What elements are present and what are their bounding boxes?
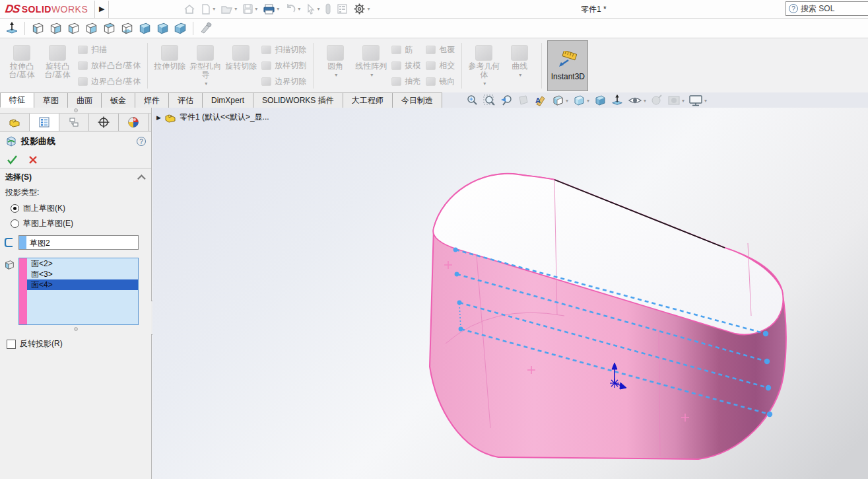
swept-boss-button[interactable]: 扫描: [78, 44, 141, 55]
wrap-button[interactable]: 包覆: [426, 44, 455, 55]
configuration-manager-tab[interactable]: [59, 114, 89, 131]
model-projected-curve-preview[interactable]: [423, 170, 793, 468]
rib-button[interactable]: 筋: [391, 44, 420, 55]
property-manager-tab[interactable]: [30, 114, 59, 131]
feature-manager-tab[interactable]: [0, 114, 30, 131]
curves-button[interactable]: 曲线▾: [502, 41, 537, 91]
dimxpert-manager-tab[interactable]: [89, 114, 119, 131]
display-style-icon[interactable]: ▾: [551, 94, 568, 107]
face-selection-box[interactable]: 面<2> 面<3> 面<4>: [18, 258, 139, 325]
tab-dimxpert[interactable]: DimXpert: [202, 92, 253, 108]
instant3d-button[interactable]: Instant3D: [547, 40, 588, 91]
view-trimetric-icon[interactable]: [172, 20, 188, 36]
zoom-to-fit-icon[interactable]: [465, 94, 479, 107]
selection-section-header[interactable]: 选择(S): [0, 168, 151, 186]
hole-wizard-button[interactable]: 异型孔向导▾: [187, 41, 223, 91]
tab-surfaces[interactable]: 曲面: [67, 92, 102, 108]
radio-selected-icon[interactable]: [11, 204, 19, 213]
swept-cut-button[interactable]: 扫描切除: [261, 44, 306, 55]
previous-view-icon[interactable]: [500, 94, 513, 107]
view-dimetric-icon[interactable]: [154, 20, 170, 36]
reverse-projection-checkbox[interactable]: [7, 340, 16, 349]
options-list-icon[interactable]: [335, 2, 350, 16]
cancel-button[interactable]: [28, 155, 38, 165]
revolved-boss-button[interactable]: 旋转凸台/基体: [40, 41, 75, 91]
extruded-cut-button[interactable]: 拉伸切除: [152, 41, 187, 91]
panel-help-icon[interactable]: ?: [137, 137, 146, 146]
lofted-boss-icon: [78, 61, 88, 70]
search-input[interactable]: 搜索 SOL: [801, 3, 834, 15]
tab-evaluate[interactable]: 评估: [168, 92, 203, 108]
tree-root-label[interactable]: 零件1 (默认<<默认>_显...: [180, 112, 269, 123]
boundary-cut-button[interactable]: 边界切除: [261, 76, 306, 87]
view-top-icon[interactable]: [101, 20, 117, 36]
tab-engineer[interactable]: 大工程师: [343, 92, 393, 108]
boundary-boss-button[interactable]: 边界凸台/基体: [78, 76, 141, 87]
reference-geometry-button[interactable]: 参考几何体▾: [466, 41, 502, 91]
open-file-icon[interactable]: ▾: [218, 2, 239, 17]
face-selection-list[interactable]: 面<2> 面<3> 面<4>: [27, 258, 138, 324]
section-view-icon[interactable]: [517, 94, 530, 107]
home-icon[interactable]: [182, 2, 197, 17]
rib-icon: [391, 46, 401, 54]
face-list-item[interactable]: 面<2>: [27, 258, 138, 269]
annotation-icon[interactable]: A: [534, 94, 547, 107]
normal-to-icon[interactable]: [4, 20, 20, 36]
shell-button[interactable]: 抽壳: [391, 76, 420, 87]
tab-today-mfg[interactable]: 今日制造: [392, 92, 442, 108]
tab-sketch[interactable]: 草图: [34, 92, 68, 108]
sketch-selection-box[interactable]: 草图2: [18, 235, 139, 250]
view-isometric-icon[interactable]: [137, 20, 152, 36]
undo-icon[interactable]: ▾: [283, 2, 302, 16]
view-bottom-icon[interactable]: [119, 20, 135, 36]
listbox-resize-handle[interactable]: [0, 325, 151, 333]
hud-normal-to-icon[interactable]: [611, 94, 624, 107]
lofted-boss-button[interactable]: 放样凸台/基体: [78, 60, 141, 71]
search-box[interactable]: ? 搜索 SOL: [785, 1, 868, 16]
radio-sketch-on-faces[interactable]: 面上草图(K): [0, 201, 151, 216]
ok-button[interactable]: [7, 155, 18, 165]
view-front-icon[interactable]: [30, 20, 46, 36]
tab-addins[interactable]: SOLIDWORKS 插件: [253, 92, 343, 108]
tab-sheet-metal[interactable]: 钣金: [101, 92, 135, 108]
view-back-icon[interactable]: [48, 20, 63, 36]
panel-top-splitter[interactable]: [0, 108, 151, 114]
view-cube-icon[interactable]: [593, 94, 607, 107]
reverse-projection-option[interactable]: 反转投影(R): [0, 333, 151, 350]
new-file-icon[interactable]: ▾: [199, 2, 217, 17]
hide-show-items-icon[interactable]: ▾: [628, 94, 646, 107]
fillet-button[interactable]: 圆角▾: [317, 41, 353, 91]
intersect-button[interactable]: 相交: [426, 60, 455, 71]
menu-expand-arrow[interactable]: ▶: [94, 1, 109, 18]
instant3d-icon: [558, 51, 578, 68]
zoom-to-area-icon[interactable]: [483, 94, 496, 107]
revolved-cut-button[interactable]: 旋转切除: [223, 41, 259, 91]
radio-unselected-icon[interactable]: [11, 219, 19, 228]
rollback-icon[interactable]: [323, 2, 333, 16]
display-manager-tab[interactable]: [119, 114, 149, 131]
settings-gear-icon[interactable]: ▾: [351, 1, 372, 17]
face-list-item-selected[interactable]: 面<4>: [27, 279, 138, 290]
linear-pattern-button[interactable]: 线性阵列▾: [353, 41, 389, 91]
edit-appearance-icon[interactable]: [650, 94, 663, 107]
graphics-viewport[interactable]: ▶ 零件1 (默认<<默认>_显...: [152, 108, 868, 479]
help-icon[interactable]: ?: [789, 4, 798, 13]
view-left-icon[interactable]: [65, 20, 81, 36]
appearance-tool-icon[interactable]: [198, 20, 214, 36]
extruded-boss-button[interactable]: 拉伸凸台/基体: [4, 41, 40, 91]
mirror-button[interactable]: 镜向: [426, 76, 455, 87]
tab-features[interactable]: 特征: [0, 92, 34, 108]
print-icon[interactable]: ▾: [261, 2, 281, 17]
face-list-item[interactable]: 面<3>: [27, 269, 138, 279]
view-orientation-cube-icon[interactable]: ▾: [572, 94, 589, 107]
view-settings-icon[interactable]: ▾: [688, 94, 707, 107]
apply-scene-icon[interactable]: ▾: [667, 94, 684, 107]
tree-expand-icon[interactable]: ▶: [156, 114, 161, 121]
select-cursor-icon[interactable]: ▾: [304, 2, 321, 16]
save-icon[interactable]: ▾: [240, 2, 259, 16]
lofted-cut-button[interactable]: 放样切割: [261, 60, 306, 71]
view-right-icon[interactable]: [83, 20, 99, 36]
tab-weldments[interactable]: 焊件: [135, 92, 169, 108]
draft-button[interactable]: 拔模: [391, 60, 420, 71]
radio-sketch-on-sketch[interactable]: 草图上草图(E): [0, 216, 151, 231]
